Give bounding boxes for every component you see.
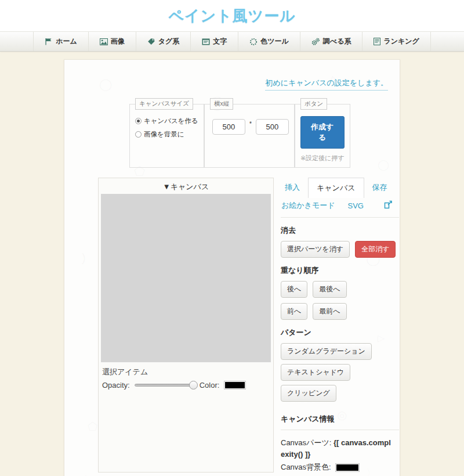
button-legend: ボタン — [300, 98, 327, 110]
canvas-info-heading: キャンバス情報 — [281, 414, 399, 430]
clipping-button[interactable]: クリッピング — [281, 385, 336, 402]
order-buttons-row-1: 後へ 最後へ — [281, 281, 399, 298]
random-gradient-button[interactable]: ランダムグラデーション — [281, 343, 372, 360]
pattern-buttons: ランダムグラデーション テキストシャドウ クリッピング — [281, 343, 399, 406]
send-to-back-button[interactable]: 最後へ — [313, 281, 346, 298]
main-panel: ◯ ◯ ▷ ⬠ ◯ ) ◯ △ ▷ ◯ ⬠ ◎ ◎ △ 〉 初めにキャンバスの設… — [64, 59, 400, 476]
main-nav: ホーム 画像 タグ系 文字 色ツール 調べる系 ランキング — [0, 31, 464, 52]
canvas-bg-row: Canvas背景色: — [281, 462, 399, 473]
dimensions-legend: 横x縦 — [210, 98, 233, 110]
dimensions-separator: * — [249, 121, 252, 127]
mode-links-row: お絵かきモード SVG — [281, 198, 399, 218]
nav-item-color-tools[interactable]: 色ツール — [238, 32, 300, 51]
nav-item-label: ランキング — [383, 37, 419, 46]
bring-to-front-button[interactable]: 最前へ — [313, 303, 346, 320]
nav-item-ranking[interactable]: ランキング — [362, 32, 430, 51]
create-button-note: ※設定後に押す — [300, 154, 345, 163]
erase-heading: 消去 — [281, 225, 399, 236]
order-buttons-row-2: 前へ 最前へ — [281, 303, 399, 320]
dimensions-fieldset: 横x縦 * — [204, 98, 295, 168]
nav-item-label: ホーム — [56, 37, 77, 46]
nav-item-tags[interactable]: タグ系 — [136, 32, 191, 51]
flag-icon — [45, 38, 53, 45]
nav-item-label: 調べる系 — [323, 37, 351, 46]
nav-item-label: タグ系 — [158, 37, 180, 46]
radio-create-canvas[interactable]: キャンバスを作る — [135, 117, 198, 125]
canvas-bg-label: Canvas背景色: — [281, 462, 331, 473]
dimensions-inputs-row: * — [212, 119, 289, 135]
pattern-heading: パターン — [281, 327, 399, 338]
canvas-size-legend: キャンバスサイズ — [135, 98, 193, 110]
opacity-label: Opacity: — [102, 381, 130, 390]
order-heading: 重なり順序 — [281, 265, 399, 276]
tab-insert[interactable]: 挿入 — [281, 178, 304, 198]
selected-item-controls: Opacity: Color: — [101, 381, 271, 390]
text-shadow-button[interactable]: テキストシャドウ — [281, 364, 350, 381]
canvas-height-input[interactable] — [256, 119, 289, 135]
canvas-parts-info: Canvasパーツ: {[ canvas.complexity() ]} — [281, 437, 391, 460]
selected-item-label: 選択アイテム — [102, 367, 271, 377]
canvas-bg-swatch[interactable] — [335, 463, 360, 472]
radio-image-background[interactable]: 画像を背景に — [135, 130, 198, 139]
radio-image-background-dot[interactable] — [135, 131, 142, 138]
erase-buttons-row: 選択パーツを消す 全部消す — [281, 241, 399, 258]
canvas-width-input[interactable] — [212, 119, 245, 135]
color-circle-icon — [249, 38, 258, 46]
site-header: ペイント風ツール — [0, 0, 464, 31]
tools-sidebar: 挿入 キャンバス 保存 お絵かきモード SVG 消去 選択パーツを消す 全部消す… — [281, 178, 399, 473]
radio-create-canvas-label: キャンバスを作る — [144, 117, 198, 125]
bring-forward-button[interactable]: 前へ — [281, 303, 307, 320]
radio-create-canvas-dot[interactable] — [135, 118, 142, 124]
create-button-fieldset: ボタン 作成する ※設定後に押す — [295, 98, 350, 168]
workspace: ▼キャンバス 選択アイテム Opacity: Color: 挿入 キャ — [98, 178, 400, 473]
canvas-container: ▼キャンバス 選択アイテム Opacity: Color: — [98, 178, 274, 473]
document-icon — [374, 38, 380, 45]
opacity-slider-thumb[interactable] — [189, 381, 198, 390]
create-canvas-button[interactable]: 作成する — [300, 116, 345, 149]
draw-mode-link[interactable]: お絵かきモード — [281, 200, 335, 211]
selected-item-color-swatch[interactable] — [224, 381, 246, 390]
setup-note-link[interactable]: 初めにキャンバスの設定をします。 — [265, 78, 388, 91]
nav-item-lookup[interactable]: 調べる系 — [300, 32, 362, 51]
tools-tabs: 挿入 キャンバス 保存 — [281, 178, 399, 198]
color-label: Color: — [200, 381, 220, 390]
nav-item-image[interactable]: 画像 — [88, 32, 136, 51]
text-icon — [202, 38, 210, 45]
image-icon — [100, 38, 108, 45]
opacity-slider[interactable] — [135, 381, 195, 390]
erase-selected-button[interactable]: 選択パーツを消す — [281, 241, 350, 258]
nav-item-text[interactable]: 文字 — [190, 32, 238, 51]
nav-item-label: 文字 — [213, 37, 227, 46]
nav-item-label: 画像 — [111, 37, 125, 46]
nav-item-home[interactable]: ホーム — [33, 32, 88, 51]
tab-save[interactable]: 保存 — [368, 178, 392, 198]
canvas-size-fieldset: キャンバスサイズ キャンバスを作る 画像を背景に — [129, 98, 204, 168]
canvas-setup-row: キャンバスサイズ キャンバスを作る 画像を背景に 横x縦 * — [129, 98, 400, 168]
opacity-slider-track[interactable] — [135, 384, 195, 387]
svg-link[interactable]: SVG — [348, 201, 364, 210]
gears-icon — [311, 38, 320, 46]
tab-canvas[interactable]: キャンバス — [308, 178, 364, 198]
erase-all-button[interactable]: 全部消す — [355, 241, 396, 258]
nav-item-label: 色ツール — [260, 37, 289, 46]
radio-image-background-label: 画像を背景に — [144, 130, 184, 139]
drawing-canvas[interactable] — [101, 194, 271, 362]
setup-note-row: 初めにキャンバスの設定をします。 — [64, 60, 400, 88]
canvas-collapse-toggle[interactable]: ▼キャンバス — [101, 179, 271, 194]
page-title: ペイント風ツール — [0, 6, 464, 26]
tag-icon — [147, 38, 155, 45]
canvas-parts-label: Canvasパーツ: — [281, 438, 334, 447]
external-link-icon[interactable] — [384, 200, 393, 211]
send-backward-button[interactable]: 後へ — [281, 281, 307, 298]
